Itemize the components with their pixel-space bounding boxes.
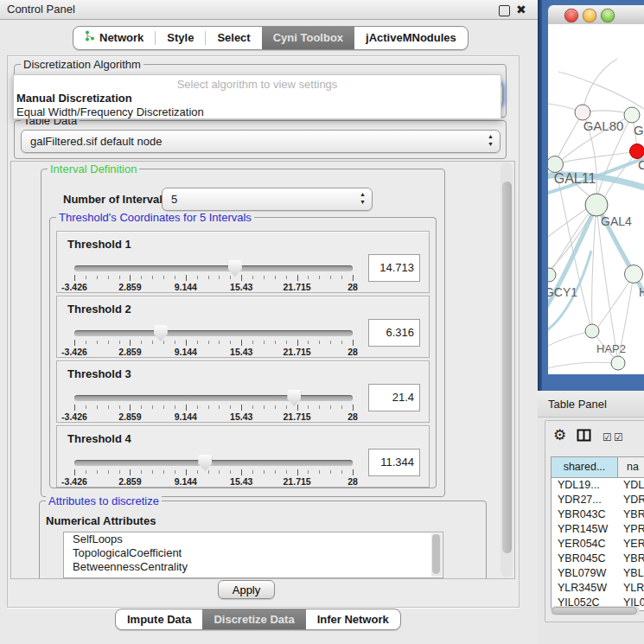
attribute-item[interactable]: TopologicalCoefficient: [64, 546, 443, 560]
bottom-tab-bar: Impute DataDiscretize DataInfer Network: [115, 609, 401, 630]
num-intervals-label: Number of Intervals: [63, 193, 169, 206]
node-label[interactable]: GAL11: [554, 171, 596, 186]
thresholds-group-title: Threshold's Coordinates for 5 Intervals: [56, 212, 254, 224]
checkbox-icon[interactable]: ☑: [603, 431, 612, 443]
table-body: YDL19...YDL1YDR27...YDR2YBR043CYBR0YPR14…: [552, 478, 644, 610]
tab-jactivemnodules[interactable]: jActiveMNodules: [354, 27, 468, 49]
threshold-value-field[interactable]: 21.4: [368, 384, 420, 411]
node-label[interactable]: H: [639, 285, 644, 299]
cell-name[interactable]: YLR3: [618, 581, 644, 596]
cell-shared-name[interactable]: YDR27...: [552, 493, 618, 507]
table-panel-titlebar: Table Panel: [538, 391, 644, 418]
cell-name[interactable]: YDL1: [618, 478, 644, 493]
threshold-slider[interactable]: -3.4262.8599.14415.4321.71528: [74, 454, 353, 483]
close-traffic-light[interactable]: [564, 9, 578, 22]
network-edge: [598, 274, 634, 327]
network-node[interactable]: [548, 156, 564, 173]
numerical-attributes-list[interactable]: SelfLoopsTopologicalCoefficientBetweenne…: [63, 532, 443, 578]
column-header-name[interactable]: na: [618, 457, 644, 477]
threshold-value-field[interactable]: 11.344: [368, 449, 420, 476]
table-hscrollbar-thumb[interactable]: [552, 607, 637, 615]
table-row[interactable]: YPR145WYPR1: [552, 522, 644, 537]
minimize-traffic-light[interactable]: [583, 9, 596, 22]
cell-name[interactable]: YBR0: [618, 552, 644, 566]
threshold-value-field[interactable]: 6.316: [368, 319, 420, 347]
node-attribute-table[interactable]: shared... na YDL19...YDL1YDR27...YDR2YBR…: [551, 456, 644, 611]
tab-select[interactable]: Select: [206, 27, 261, 49]
settings-scrollbar-thumb[interactable]: [502, 182, 512, 553]
tab-cyni-toolbox[interactable]: Cyni Toolbox: [262, 27, 354, 49]
checkbox-icon[interactable]: ☑: [614, 431, 623, 443]
numerical-attributes-label: Numerical Attributes: [46, 514, 156, 527]
network-icon: [85, 27, 95, 49]
column-header-shared-name[interactable]: shared...: [552, 457, 618, 477]
cell-shared-name[interactable]: YBR045C: [552, 552, 618, 566]
cell-name[interactable]: YBR0: [618, 507, 644, 522]
cell-shared-name[interactable]: YER054C: [552, 537, 618, 552]
node-label[interactable]: HAP2: [596, 342, 626, 355]
gear-icon[interactable]: ⚙: [553, 426, 566, 444]
node-label[interactable]: GAL80: [583, 118, 624, 133]
bottom-tab-infer-network[interactable]: Infer Network: [306, 609, 400, 629]
table-row[interactable]: YLR345WYLR3: [552, 581, 644, 596]
table-panel: ⚙ ☑ ☑ shared... na YDL19...YDL1YDR27...Y…: [545, 420, 644, 622]
table-row[interactable]: YDL19...YDL1: [552, 478, 644, 493]
cell-shared-name[interactable]: YBL079W: [552, 566, 618, 581]
threshold-value-field[interactable]: 14.713: [368, 254, 420, 282]
network-edge: [558, 72, 644, 109]
network-node[interactable]: [630, 144, 644, 159]
cell-shared-name[interactable]: YDL19...: [552, 478, 618, 493]
bottom-tab-impute-data[interactable]: Impute Data: [116, 609, 202, 629]
tab-style[interactable]: Style: [156, 27, 205, 49]
network-node[interactable]: [611, 356, 625, 370]
node-label[interactable]: GAL4: [601, 214, 632, 228]
attribute-item[interactable]: SelfLoops: [64, 532, 443, 546]
zoom-traffic-light[interactable]: [601, 9, 615, 22]
table-row[interactable]: YBR045CYBR0: [552, 552, 644, 566]
table-data-select[interactable]: galFiltered.sif default node ▲▼: [21, 130, 501, 153]
network-node[interactable]: [548, 268, 556, 282]
cell-name[interactable]: YBL0: [618, 566, 644, 581]
cell-shared-name[interactable]: YPR145W: [552, 522, 618, 537]
network-node[interactable]: [624, 107, 640, 123]
network-node[interactable]: [625, 265, 643, 284]
settings-scrollbar[interactable]: [501, 163, 513, 577]
node-label[interactable]: GA: [634, 123, 644, 137]
apply-button[interactable]: Apply: [218, 580, 275, 599]
threshold-slider[interactable]: -3.4262.8599.14415.4321.71528: [74, 324, 353, 354]
split-columns-icon[interactable]: [577, 429, 591, 442]
cell-name[interactable]: YER0: [618, 537, 644, 552]
network-node[interactable]: [585, 194, 608, 216]
tab-label: jActiveMNodules: [366, 27, 456, 49]
threshold-panel: Threshold 4-3.4262.8599.14415.4321.71528…: [56, 425, 430, 488]
cell-shared-name[interactable]: YLR345W: [552, 581, 618, 596]
network-edge: [605, 151, 637, 197]
cell-shared-name[interactable]: YBR043C: [552, 507, 618, 522]
table-row[interactable]: YBR043CYBR0: [552, 507, 644, 522]
table-row[interactable]: YBL079WYBL0: [552, 566, 644, 581]
float-panel-icon[interactable]: [499, 5, 510, 16]
attributes-scrollbar[interactable]: [431, 533, 442, 577]
num-intervals-value: 5: [171, 193, 177, 206]
threshold-slider[interactable]: -3.4262.8599.14415.4321.71528: [74, 259, 353, 289]
threshold-slider[interactable]: -3.4262.8599.14415.4321.71528: [74, 389, 353, 418]
node-label[interactable]: C: [638, 157, 644, 172]
algorithm-option[interactable]: Equal Width/Frequency Discretization: [16, 105, 204, 118]
threshold-label: Threshold 3: [67, 367, 131, 380]
table-row[interactable]: YDR27...YDR2: [552, 493, 644, 507]
bottom-tab-discretize-data[interactable]: Discretize Data: [202, 609, 305, 629]
node-label[interactable]: GCY1: [548, 285, 577, 299]
cell-name[interactable]: YDR2: [618, 493, 644, 507]
network-node[interactable]: [585, 324, 599, 338]
attribute-item[interactable]: BetweennessCentrality: [64, 560, 443, 574]
close-panel-icon[interactable]: ✖: [516, 3, 526, 16]
table-data-selected: galFiltered.sif default node: [30, 135, 162, 148]
algorithm-option[interactable]: Manual Discretization: [16, 92, 132, 105]
num-intervals-select[interactable]: 5 ▲▼: [162, 188, 373, 211]
table-row[interactable]: YER054CYER0: [552, 537, 644, 552]
tab-network[interactable]: Network: [73, 27, 155, 49]
network-graph: GAL80GACGAL11GAL4GCY1HHAP2: [548, 24, 644, 374]
network-canvas[interactable]: GAL80GACGAL11GAL4GCY1HHAP2: [548, 24, 644, 374]
table-hscrollbar[interactable]: [551, 606, 640, 615]
cell-name[interactable]: YPR1: [618, 522, 644, 537]
